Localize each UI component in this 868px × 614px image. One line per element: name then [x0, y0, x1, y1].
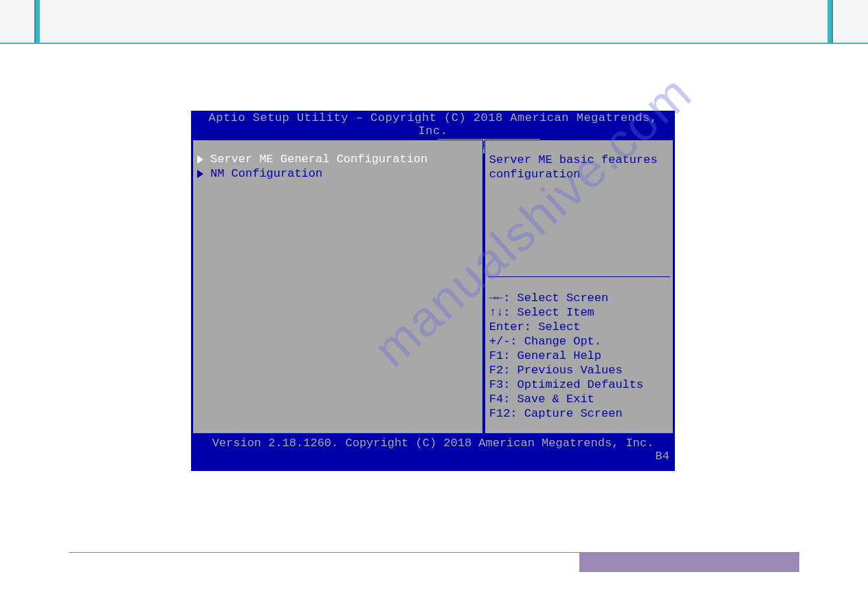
page-header-bar	[0, 0, 868, 44]
help-text: Server ME basic features configuration	[489, 153, 669, 182]
key-select-item: ↑↓: Select Item	[489, 305, 669, 320]
document-footer	[69, 552, 799, 573]
bios-screenshot: Aptio Setup Utility – Copyright (C) 2018…	[191, 111, 675, 471]
key-change-opt: +/-: Change Opt.	[489, 334, 669, 349]
help-divider	[488, 276, 670, 277]
key-f2: F2: Previous Values	[489, 363, 669, 377]
key-bindings: →←: Select Screen ↑↓: Select Item Enter:…	[489, 291, 669, 421]
bios-menu-panel: Server ME General Configuration NM Confi…	[192, 140, 483, 434]
header-accent-right	[827, 0, 833, 44]
key-enter: Enter: Select	[489, 320, 669, 334]
menu-item-label: Server ME General Configuration	[210, 153, 427, 166]
bios-version: Version 2.18.1260. Copyright (C) 2018 Am…	[212, 437, 654, 450]
submenu-arrow-icon	[197, 155, 203, 164]
header-accent-left	[34, 0, 40, 44]
key-f1: F1: General Help	[489, 349, 669, 363]
footer-accent	[579, 553, 799, 572]
submenu-arrow-icon	[197, 170, 203, 178]
menu-item-server-me-general[interactable]: Server ME General Configuration	[196, 153, 480, 166]
help-description-section: Server ME basic features configuration	[489, 153, 669, 276]
header-border	[0, 43, 868, 44]
key-f12: F12: Capture Screen	[489, 406, 669, 421]
bios-title-bar: Aptio Setup Utility – Copyright (C) 2018…	[191, 111, 675, 138]
bios-footer-code: B4	[656, 450, 669, 463]
bios-help-panel: Server ME basic features configuration →…	[485, 140, 674, 434]
bios-body: Server ME General Configuration NM Confi…	[191, 138, 675, 435]
key-f3: F3: Optimized Defaults	[489, 377, 669, 392]
menu-item-label: NM Configuration	[210, 167, 322, 180]
bios-title: Aptio Setup Utility – Copyright (C) 2018…	[191, 111, 675, 138]
bios-footer: Version 2.18.1260. Copyright (C) 2018 Am…	[191, 435, 675, 464]
key-f4: F4: Save & Exit	[489, 392, 669, 406]
menu-item-nm-configuration[interactable]: NM Configuration	[196, 167, 480, 180]
key-select-screen: →←: Select Screen	[489, 291, 669, 305]
